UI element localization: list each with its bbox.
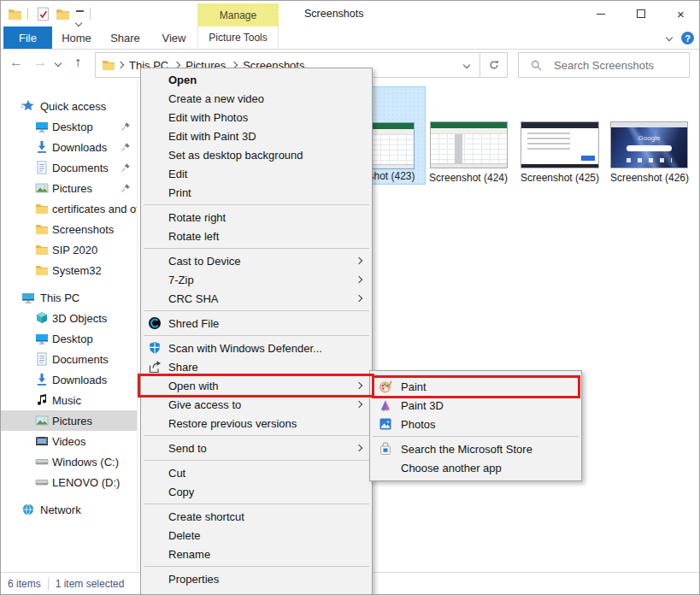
submenu-item-paint[interactable]: Paint [370, 377, 581, 396]
ribbon-tab-picture-tools[interactable]: Picture Tools [197, 27, 279, 49]
submenu-arrow-icon [356, 295, 362, 302]
search-box[interactable] [518, 52, 690, 78]
close-button[interactable]: × [661, 1, 700, 27]
back-icon[interactable]: ← [9, 55, 23, 70]
sidebar-item-downloads[interactable]: Downloads [1, 369, 137, 390]
sidebar-item-windows-c[interactable]: Windows (C:) [1, 451, 137, 472]
submenu-item-photos[interactable]: Photos [370, 415, 581, 433]
context-menu-item-edit[interactable]: Edit [141, 164, 372, 183]
context-menu-item-properties[interactable]: Properties [141, 569, 372, 588]
sidebar-item-pictures[interactable]: Pictures [1, 410, 137, 431]
ribbon-collapse-icon[interactable] [666, 34, 673, 41]
quick-access-icon [21, 99, 35, 113]
sidebar-item-pictures[interactable]: Pictures [1, 178, 137, 198]
help-icon[interactable]: ? [681, 32, 694, 44]
ribbon-tab-home[interactable]: Home [52, 27, 101, 49]
sidebar-item-lenovo-d[interactable]: LENOVO (D:) [1, 472, 137, 492]
sidebar-item-downloads[interactable]: Downloads [1, 137, 137, 157]
maximize-button[interactable] [621, 1, 661, 27]
sidebar-item-desktop[interactable]: Desktop [1, 116, 137, 137]
menu-separator [144, 435, 369, 436]
recent-locations-icon[interactable] [55, 60, 62, 67]
menu-separator [144, 310, 369, 311]
folder-icon [35, 202, 49, 215]
context-menu-item-set-as-desktop-background[interactable]: Set as desktop background [141, 145, 372, 164]
context-menu-item-open-with[interactable]: Open with [141, 376, 372, 395]
sidebar-item-quick-access[interactable]: Quick access [1, 96, 137, 116]
sidebar-item-certificates-and-offe[interactable]: certificates and offe [1, 198, 137, 219]
refresh-button[interactable] [480, 52, 508, 78]
menu-separator [144, 204, 369, 205]
context-menu-item-scan-with-windows-defender[interactable]: Scan with Windows Defender... [141, 339, 372, 357]
context-menu-item-edit-with-photos[interactable]: Edit with Photos [141, 108, 372, 127]
ribbon-tab-file[interactable]: File [3, 27, 52, 49]
context-menu-item-delete[interactable]: Delete [141, 526, 372, 545]
sidebar-item-system32[interactable]: System32 [1, 260, 137, 280]
context-menu-item-rename[interactable]: Rename [141, 545, 372, 563]
context-menu-item-restore-previous-versions[interactable]: Restore previous versions [141, 414, 372, 433]
this-pc-icon [21, 291, 35, 304]
sidebar-item-screenshots[interactable]: Screenshots [1, 219, 137, 239]
ribbon-tab-row: FileHomeShareView Picture Tools ? [1, 27, 700, 50]
open-with-submenu: Paint Paint 3D Photos Search the Microso… [369, 370, 582, 481]
drive-icon [35, 455, 49, 468]
sidebar-item-sip-2020[interactable]: SIP 2020 [1, 239, 137, 260]
address-folder-icon [102, 58, 115, 72]
pictures-icon [35, 181, 49, 195]
sidebar-item-documents[interactable]: Documents [1, 157, 137, 178]
context-menu-item-shred-file[interactable]: Shred File [141, 314, 372, 333]
desktop-icon [35, 332, 49, 345]
search-input[interactable] [554, 59, 682, 72]
context-menu-item-open[interactable]: Open [141, 70, 372, 89]
up-icon[interactable]: ↑ [74, 55, 81, 70]
submenu-item-paint-3d[interactable]: Paint 3D [370, 396, 581, 415]
context-menu-item-print[interactable]: Print [141, 183, 372, 202]
sidebar-item-network[interactable]: Network [1, 499, 137, 520]
thumbnail-screenshot-424[interactable] [430, 121, 508, 168]
context-menu-item-7-zip[interactable]: 7-Zip [141, 270, 372, 289]
context-menu-item-share[interactable]: Share [141, 357, 372, 376]
submenu-arrow-icon [356, 401, 362, 408]
paint-icon [379, 380, 392, 393]
manage-contextual-group[interactable]: Manage [197, 3, 279, 27]
search-icon [531, 60, 542, 71]
submenu-item-search-the-microsoft-store[interactable]: Search the Microsoft Store [370, 439, 581, 458]
menu-separator [144, 248, 369, 249]
context-menu-item-rotate-left[interactable]: Rotate left [141, 227, 372, 245]
minimize-button[interactable] [580, 1, 621, 27]
thumbnail-screenshot-425[interactable] [521, 121, 599, 168]
sidebar-item-desktop[interactable]: Desktop [1, 328, 137, 349]
downloads-icon [35, 140, 49, 154]
context-menu-item-edit-with-paint-3d[interactable]: Edit with Paint 3D [141, 127, 372, 145]
picture-tools-label: Picture Tools [209, 32, 267, 44]
pictures-icon [35, 414, 49, 427]
folder-icon [35, 222, 49, 236]
context-menu-item-create-shortcut[interactable]: Create shortcut [141, 507, 372, 526]
explorer-window: Manage Screenshots × FileHomeShareView P… [0, 0, 700, 595]
objects-3d-icon [35, 311, 49, 325]
sidebar-item-documents[interactable]: Documents [1, 349, 137, 369]
sidebar-item-3d-objects[interactable]: 3D Objects [1, 308, 137, 328]
context-menu-item-cast-to-device[interactable]: Cast to Device [141, 251, 372, 270]
context-menu: Open Create a new video Edit with Photos… [140, 68, 373, 595]
context-menu-item-send-to[interactable]: Send to [141, 439, 372, 457]
thumbnail-screenshot-426[interactable]: Google [610, 121, 688, 168]
context-menu-item-cut[interactable]: Cut [141, 463, 372, 482]
context-menu-item-give-access-to[interactable]: Give access to [141, 395, 372, 414]
sidebar-item-videos[interactable]: Videos [1, 431, 137, 451]
forward-icon[interactable]: → [33, 55, 47, 70]
address-dropdown-icon[interactable] [463, 62, 470, 68]
context-menu-item-crc-sha[interactable]: CRC SHA [141, 289, 372, 308]
ribbon-tab-view[interactable]: View [150, 27, 198, 49]
sidebar-item-this-pc[interactable]: This PC [1, 287, 137, 308]
manage-label: Manage [220, 9, 256, 21]
context-menu-item-copy[interactable]: Copy [141, 482, 372, 501]
documents-icon [35, 161, 49, 174]
sidebar-item-music[interactable]: Music [1, 390, 137, 410]
context-menu-item-create-a-new-video[interactable]: Create a new video [141, 89, 372, 108]
ribbon-tab-share[interactable]: Share [101, 27, 150, 49]
properties-quick-icon[interactable] [36, 7, 50, 21]
context-menu-item-rotate-right[interactable]: Rotate right [141, 208, 372, 227]
new-folder-quick-icon[interactable] [56, 7, 70, 21]
submenu-item-choose-another-app[interactable]: Choose another app [370, 458, 581, 477]
